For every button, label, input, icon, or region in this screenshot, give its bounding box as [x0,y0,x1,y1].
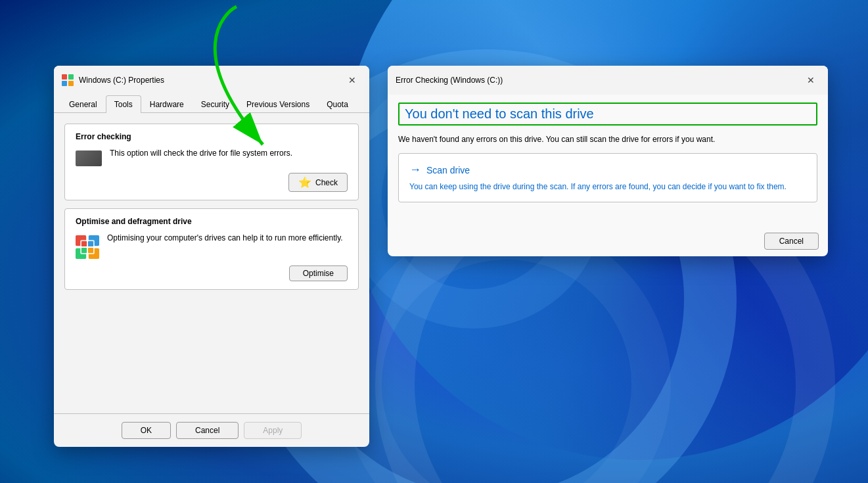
error-checking-title: Error checking [76,132,348,141]
error-checking-actions: ⭐ Check [76,173,348,192]
properties-close-button[interactable]: ✕ [343,71,361,89]
tab-quota[interactable]: Quota [318,95,357,113]
error-checking-row: This option will check the drive for fil… [76,148,348,166]
optimise-section: Optimise and defragment drive Optimising… [64,208,359,290]
error-dialog-footer: Cancel [388,226,828,256]
check-star-icon: ⭐ [298,176,311,189]
no-scan-heading: You don't need to scan this drive [398,103,817,126]
scan-drive-box[interactable]: → Scan drive You can keep using the driv… [398,153,817,202]
optimise-row: Optimising your computer's drives can he… [76,233,348,259]
error-checking-desc: This option will check the drive for fil… [110,148,348,159]
tab-tools[interactable]: Tools [106,95,141,113]
properties-footer: OK Cancel Apply [54,413,369,447]
drive-icon [76,150,102,166]
error-dialog-titlebar: Error Checking (Windows (C:)) ✕ [388,66,828,95]
cancel-button[interactable]: Cancel [176,422,239,439]
svg-rect-9 [88,248,93,253]
scan-drive-desc: You can keep using the drive during the … [409,181,806,193]
check-button[interactable]: ⭐ Check [288,173,348,192]
svg-rect-8 [81,248,87,253]
error-checking-section: Error checking This option will check th… [64,124,359,200]
optimise-actions: Optimise [76,265,348,281]
error-dialog-title: Error Checking (Windows (C:)) [396,76,796,85]
tab-previous-versions[interactable]: Previous Versions [238,95,318,113]
defrag-icon [76,235,99,259]
error-dialog-close-button[interactable]: ✕ [802,71,820,89]
properties-dialog: Windows (C:) Properties ✕ General Tools … [54,66,369,447]
scan-drive-arrow-icon: → [409,163,421,177]
error-checking-dialog: Error Checking (Windows (C:)) ✕ You don'… [388,66,828,256]
properties-tabs: General Tools Hardware Security Previous… [54,95,369,113]
apply-button[interactable]: Apply [244,422,302,439]
optimise-desc: Optimising your computer's drives can he… [107,233,348,244]
tab-general[interactable]: General [60,95,106,113]
scan-drive-link: → Scan drive [409,163,806,177]
tab-hardware[interactable]: Hardware [141,95,193,113]
svg-rect-6 [81,241,87,246]
properties-content: Error checking This option will check th… [54,113,369,413]
properties-icon [62,74,74,86]
svg-rect-7 [88,241,93,246]
no-errors-text: We haven't found any errors on this driv… [398,133,817,145]
ok-button[interactable]: OK [122,422,171,439]
optimise-title: Optimise and defragment drive [76,217,348,226]
scan-drive-label: Scan drive [426,165,470,175]
error-cancel-button[interactable]: Cancel [764,233,819,250]
properties-titlebar: Windows (C:) Properties ✕ [54,66,369,95]
optimise-button[interactable]: Optimise [289,265,348,281]
properties-title: Windows (C:) Properties [79,76,338,85]
tab-security[interactable]: Security [193,95,238,113]
check-button-label: Check [315,178,338,187]
